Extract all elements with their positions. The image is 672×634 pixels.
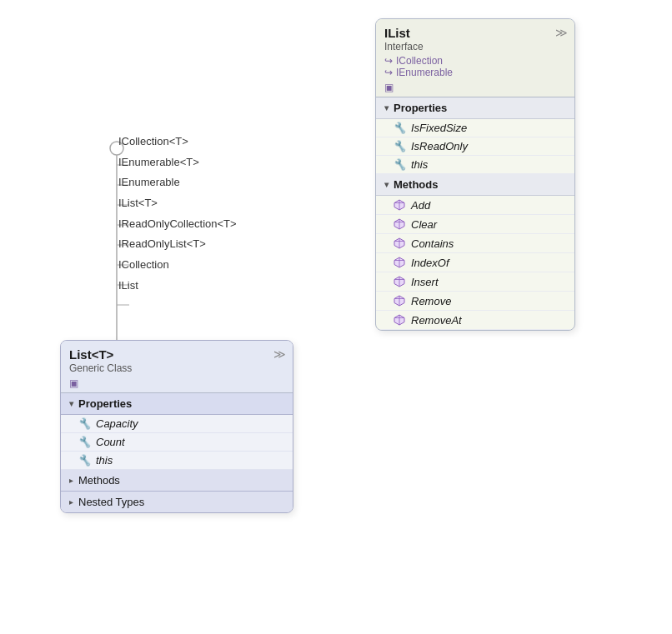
ilist-method-2: Contains xyxy=(376,234,574,253)
ilist-prop-0: 🔧 IsFixedSize xyxy=(376,119,574,137)
ilist-card: ≫ IList Interface ↪ICollection ↪IEnumera… xyxy=(375,18,575,331)
ilist-method-0: Add xyxy=(376,196,574,215)
list-title: List<T> xyxy=(69,347,284,362)
list-wrench-icon-0: 🔧 xyxy=(78,417,91,430)
ilist-methods-label: Methods xyxy=(394,178,438,191)
ilist-method-6: RemoveAt xyxy=(376,311,574,330)
cube-icon-0 xyxy=(393,198,406,212)
list-card: ≫ List<T> Generic Class ▣ ▾ Properties 🔧… xyxy=(60,340,293,513)
iface-item-1: IEnumerable<T> xyxy=(118,152,237,173)
ilist-method-3: IndexOf xyxy=(376,253,574,272)
ilist-method-5: Remove xyxy=(376,292,574,311)
list-props-arrow: ▾ xyxy=(69,399,73,408)
wrench-icon-2: 🔧 xyxy=(393,158,406,171)
ilist-methods-arrow: ▾ xyxy=(384,180,389,189)
list-icon-symbol: ▣ xyxy=(69,377,284,389)
ilist-properties-label: Properties xyxy=(394,102,447,114)
list-card-header: ≫ List<T> Generic Class ▣ xyxy=(61,341,293,393)
iface-arrow-2: ↪ xyxy=(384,67,393,78)
list-prop-0: 🔧 Capacity xyxy=(61,415,293,433)
iface-item-4: IReadOnlyCollection<T> xyxy=(118,214,237,235)
ilist-method-1: Clear xyxy=(376,215,574,234)
list-properties-header[interactable]: ▾ Properties xyxy=(61,393,293,415)
iface-item-0: ICollection<T> xyxy=(118,132,237,152)
ilist-prop-2: 🔧 this xyxy=(376,156,574,174)
iface-arrow-1: ↪ xyxy=(384,55,393,67)
list-subtitle: Generic Class xyxy=(69,362,284,374)
ilist-icon-symbol: ▣ xyxy=(384,82,566,93)
ilist-title: IList xyxy=(384,26,566,40)
cube-icon-5 xyxy=(393,294,406,307)
iface-item-6: ICollection xyxy=(118,255,237,276)
iface-item-5: IReadOnlyList<T> xyxy=(118,234,237,255)
ilist-interfaces: ↪ICollection ↪IEnumerable xyxy=(384,55,566,78)
list-wrench-icon-1: 🔧 xyxy=(78,436,91,448)
cube-icon-4 xyxy=(393,275,406,288)
ilist-prop-1: 🔧 IsReadOnly xyxy=(376,137,574,156)
wrench-icon-1: 🔧 xyxy=(393,140,406,152)
iface-item-3: IList<T> xyxy=(118,193,237,214)
list-methods-label: Methods xyxy=(78,474,120,487)
list-nested-label: Nested Types xyxy=(78,496,144,508)
list-nested-section[interactable]: ▸ Nested Types xyxy=(61,492,293,512)
interface-list: ICollection<T> IEnumerable<T> IEnumerabl… xyxy=(118,132,237,297)
list-properties-label: Properties xyxy=(78,397,132,410)
cube-icon-3 xyxy=(393,256,406,269)
list-prop-1: 🔧 Count xyxy=(61,433,293,452)
cube-icon-1 xyxy=(393,217,406,231)
list-methods-arrow: ▸ xyxy=(69,476,73,485)
list-wrench-icon-2: 🔧 xyxy=(78,454,91,467)
cube-icon-2 xyxy=(393,237,406,250)
ilist-props-arrow: ▾ xyxy=(384,103,389,112)
ilist-collapse-btn[interactable]: ≫ xyxy=(555,26,568,39)
ilist-subtitle: Interface xyxy=(384,41,566,52)
ilist-properties-header[interactable]: ▾ Properties xyxy=(376,97,574,119)
ilist-method-4: Insert xyxy=(376,272,574,292)
diagram-area: ICollection<T> IEnumerable<T> IEnumerabl… xyxy=(0,0,672,634)
wrench-icon-0: 🔧 xyxy=(393,122,406,134)
iface-item-2: IEnumerable xyxy=(118,172,237,193)
list-collapse-btn[interactable]: ≫ xyxy=(273,347,286,361)
list-nested-arrow: ▸ xyxy=(69,497,73,507)
cube-icon-6 xyxy=(393,313,406,327)
ilist-methods-header[interactable]: ▾ Methods xyxy=(376,174,574,196)
iface-item-7: IList xyxy=(118,276,237,297)
list-prop-2: 🔧 this xyxy=(61,452,293,470)
ilist-card-header: ≫ IList Interface ↪ICollection ↪IEnumera… xyxy=(376,19,574,97)
list-methods-section[interactable]: ▸ Methods xyxy=(61,470,293,492)
